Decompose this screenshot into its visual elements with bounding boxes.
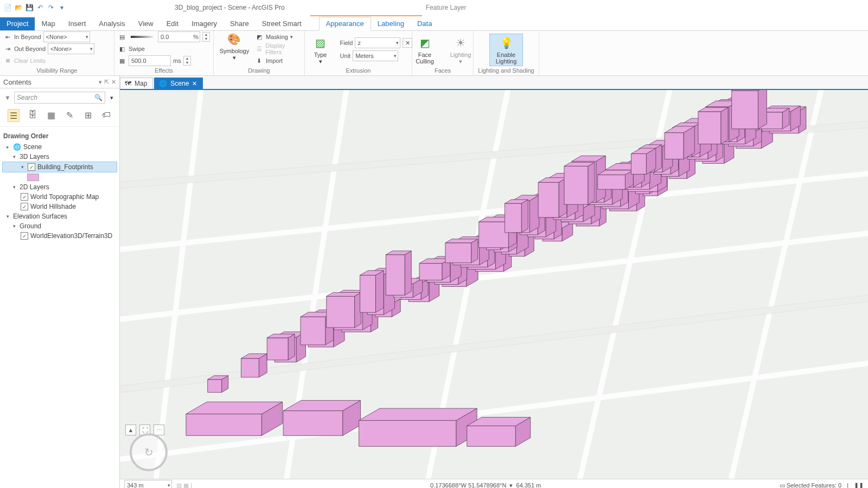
search-icon[interactable]: 🔍 [94, 94, 103, 101]
globe-icon: 🌐 [13, 143, 21, 151]
group-visibility-range: ⇤In Beyond <None>▾ ⇥Out Beyond <None>▾ ✖… [0, 31, 114, 75]
layer-visibility-checkbox[interactable]: ✓ [21, 193, 28, 201]
layer-visibility-checkbox[interactable]: ✓ [21, 232, 28, 240]
import-label[interactable]: Import [266, 57, 283, 64]
extrusion-type-button[interactable]: ▨ Type▾ [304, 34, 337, 66]
tab-map[interactable]: Map [35, 17, 61, 30]
extrusion-unit-combo[interactable]: Meters▾ [353, 50, 398, 61]
tab-insert[interactable]: Insert [62, 17, 93, 30]
tab-data[interactable]: Data [411, 17, 438, 30]
symbology-button[interactable]: 🎨 Symbology▾ [217, 30, 252, 62]
topographic-layer[interactable]: ✓World Topographic Map [2, 192, 117, 202]
status-divider: | [847, 482, 848, 488]
pause-drawing-icon[interactable]: ❚❚ [854, 482, 864, 489]
svg-marker-221 [598, 175, 626, 189]
list-by-drawing-order-icon[interactable]: ☰ [8, 109, 20, 122]
transparency-spinner[interactable]: ▴▾ [202, 32, 210, 42]
close-view-icon[interactable]: ✕ [192, 80, 197, 87]
masking-label[interactable]: Masking [266, 34, 288, 40]
view-tab-scene[interactable]: 🌐Scene✕ [154, 78, 203, 89]
filter-icon[interactable]: ▼ [3, 93, 12, 102]
scale-combo[interactable]: 343 m▾ [124, 480, 172, 488]
out-beyond-label: Out Beyond [14, 46, 46, 52]
ribbon: ⇤In Beyond <None>▾ ⇥Out Beyond <None>▾ ✖… [0, 31, 868, 76]
tab-project[interactable]: Project [0, 17, 35, 30]
svg-marker-230 [698, 112, 721, 144]
display-filters-label: Display Filters [265, 42, 301, 55]
extrusion-type-icon: ▨ [313, 35, 328, 50]
enable-lighting-icon: 💡 [499, 35, 514, 50]
nav-more-icon[interactable]: ⋯ [154, 425, 164, 435]
flicker-input[interactable]: 500.0 [129, 55, 171, 66]
building-footprints-layer[interactable]: ▾✓Building_Footprints [2, 162, 117, 172]
tab-labeling[interactable]: Labeling [371, 17, 411, 30]
list-by-editing-icon[interactable]: ✎ [64, 109, 75, 121]
flicker-spinner[interactable]: ▴▾ [183, 56, 191, 66]
redo-icon[interactable]: ↷ [47, 3, 55, 12]
pane-menu-icon[interactable]: ▾ [99, 79, 102, 86]
2d-layers-node[interactable]: ▾2D Layers [2, 182, 117, 192]
ground-node[interactable]: ▾Ground [2, 221, 117, 231]
list-by-source-icon[interactable]: 🗄 [27, 109, 38, 121]
in-beyond-combo[interactable]: <None>▾ [43, 31, 90, 42]
group-lighting-shading: 💡 Enable Lighting Lighting and Shading [474, 31, 539, 75]
out-beyond-combo[interactable]: <None>▾ [48, 43, 94, 54]
layer-visibility-checkbox[interactable]: ✓ [21, 203, 28, 210]
list-by-snapping-icon[interactable]: ⊞ [82, 109, 93, 121]
navigator-compass[interactable]: ↻ [130, 433, 168, 471]
group-label-extrusion: Extrusion [308, 66, 409, 75]
in-beyond-label: In Beyond [14, 34, 41, 40]
3d-layers-node[interactable]: ▾3D Layers [2, 152, 117, 162]
extrusion-field-combo[interactable]: z▾ [355, 37, 400, 48]
tab-edit[interactable]: Edit [160, 17, 185, 30]
face-culling-icon: ◩ [417, 35, 432, 50]
elevation-surfaces-node[interactable]: ▾Elevation Surfaces [2, 211, 117, 221]
tab-analysis[interactable]: Analysis [92, 17, 131, 30]
enable-lighting-button[interactable]: 💡 Enable Lighting [489, 34, 523, 66]
contents-search-input[interactable]: Search🔍 [14, 92, 105, 104]
symbol-swatch[interactable] [27, 174, 39, 181]
swipe-icon[interactable]: ◧ [118, 44, 126, 53]
scene-icon: 🌐 [159, 80, 167, 87]
group-label-lighting-shading: Lighting and Shading [477, 66, 535, 75]
flicker-icon[interactable]: ▦ [118, 56, 126, 65]
building-symbol[interactable] [2, 172, 117, 182]
svg-marker-232 [758, 90, 767, 129]
clear-limits-icon: ✖ [3, 56, 12, 65]
view-tab-map[interactable]: 🗺Map [120, 78, 153, 89]
list-by-labeling-icon[interactable]: 🏷 [101, 109, 112, 121]
transparency-slider[interactable] [131, 36, 154, 38]
new-project-icon[interactable]: 📄 [3, 3, 12, 12]
selected-features-label[interactable]: ▭ Selected Features: 0 [780, 482, 842, 489]
terrain-layer[interactable]: ✓WorldElevation3D/Terrain3D [2, 231, 117, 241]
search-options-icon[interactable]: ▾ [107, 93, 116, 102]
lighting-button[interactable]: ☀ Lighting▾ [444, 34, 477, 66]
scene-node[interactable]: ▸🌐Scene [2, 142, 117, 152]
undo-icon[interactable]: ↶ [36, 3, 44, 12]
group-label-effects: Effects [118, 66, 210, 75]
swipe-label[interactable]: Swipe [129, 46, 145, 52]
toc-tree: Drawing Order ▸🌐Scene ▾3D Layers ▾✓Build… [0, 127, 119, 244]
face-culling-button[interactable]: ◩ Face Culling [409, 34, 441, 66]
pane-autohide-icon[interactable]: ⇱ [104, 79, 109, 86]
scene-canvas[interactable]: ▲ ⛶ ⋯ ↻ [120, 90, 868, 479]
workspace: Contents ▾ ⇱ ✕ ▼ Search🔍 ▾ ☰ 🗄 ▦ ✎ ⊞ 🏷 D… [0, 76, 868, 488]
nav-up-icon[interactable]: ▲ [125, 425, 136, 435]
svg-marker-94 [375, 271, 384, 312]
save-icon[interactable]: 💾 [25, 3, 34, 12]
status-tool-icons[interactable]: ▥ ▦ | [176, 482, 192, 489]
toc-view-switcher: ☰ 🗄 ▦ ✎ ⊞ 🏷 [0, 107, 119, 127]
svg-marker-229 [721, 107, 728, 144]
svg-marker-242 [359, 420, 456, 446]
hillshade-layer[interactable]: ✓World Hillshade [2, 202, 117, 211]
transparency-input[interactable]: 0.0% [158, 31, 200, 42]
tab-appearance[interactable]: Appearance [319, 17, 371, 31]
open-project-icon[interactable]: 📂 [14, 3, 23, 12]
tab-view[interactable]: View [132, 17, 160, 30]
pane-close-icon[interactable]: ✕ [111, 79, 116, 86]
qat-more-icon[interactable]: ▾ [58, 3, 66, 12]
contents-pane: Contents ▾ ⇱ ✕ ▼ Search🔍 ▾ ☰ 🗄 ▦ ✎ ⊞ 🏷 D… [0, 76, 120, 488]
svg-marker-227 [665, 133, 684, 159]
list-by-selection-icon[interactable]: ▦ [46, 109, 56, 121]
layer-visibility-checkbox[interactable]: ✓ [28, 163, 35, 171]
